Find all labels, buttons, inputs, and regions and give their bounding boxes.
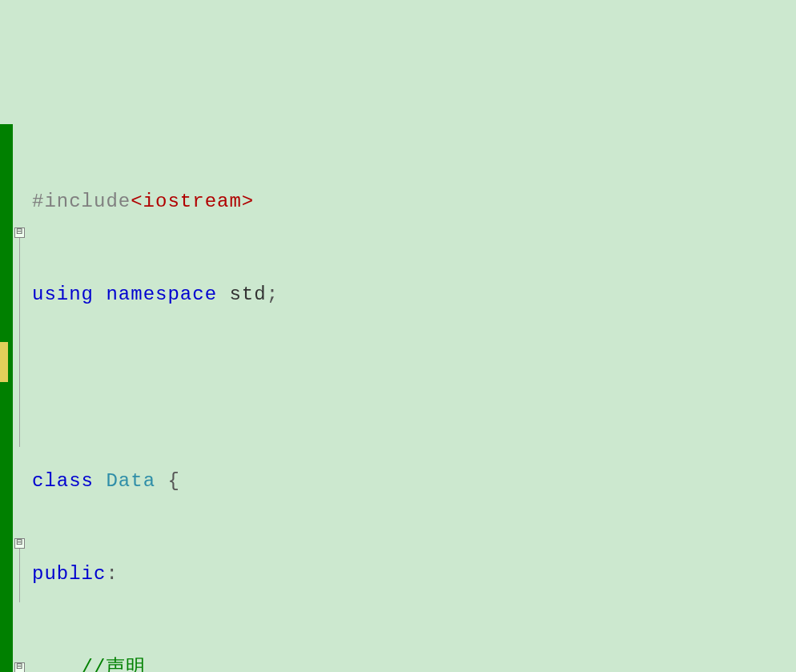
keyword: namespace (94, 284, 229, 305)
punct: : (106, 563, 118, 585)
fold-guide (19, 238, 20, 447)
space (94, 470, 106, 492)
fold-toggle-class[interactable]: ⊟ (14, 227, 25, 238)
class-name: Data (106, 470, 155, 492)
include-header: <iostream> (131, 191, 254, 212)
fold-guide (19, 549, 20, 602)
keyword: using (32, 284, 94, 305)
change-marker (0, 342, 8, 382)
preprocessor: #include (32, 191, 131, 212)
code-editor[interactable]: ⊟ ⊟ ⊟ #include<iostream> using namespace… (0, 124, 796, 672)
comment: //声明 (32, 657, 146, 672)
punct: { (155, 470, 180, 492)
code-line[interactable]: #include<iostream> (32, 187, 796, 218)
fold-toggle-func[interactable]: ⊟ (14, 538, 25, 549)
identifier: std (229, 284, 266, 305)
punct: ; (267, 284, 279, 305)
code-line[interactable]: public: (32, 559, 796, 590)
code-line[interactable]: class Data { (32, 466, 796, 497)
code-line[interactable]: //声明 (32, 653, 796, 672)
gutter-margin (0, 124, 13, 672)
fold-column[interactable]: ⊟ ⊟ ⊟ (13, 124, 29, 672)
keyword: public (32, 563, 106, 585)
code-line-empty[interactable] (32, 373, 796, 404)
keyword: class (32, 470, 94, 492)
code-area[interactable]: #include<iostream> using namespace std; … (29, 124, 796, 672)
code-line[interactable]: using namespace std; (32, 280, 796, 311)
fold-toggle-main[interactable]: ⊟ (14, 662, 25, 672)
